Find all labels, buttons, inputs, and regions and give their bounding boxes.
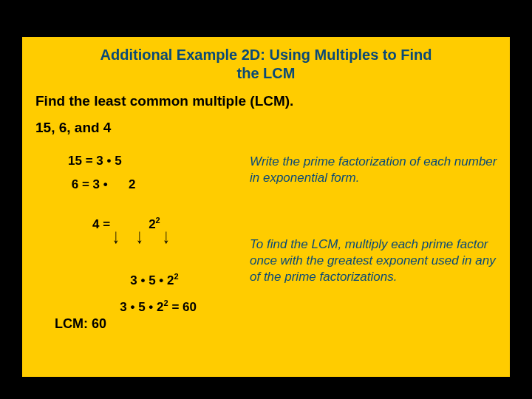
slide: Additional Example 2D: Using Multiples t… (22, 37, 510, 377)
down-arrow-icon: ↓ (163, 224, 170, 248)
factorization-4-base: 4 = 2 (89, 217, 155, 231)
lcm-comp-base: 3 • 5 • 2 (120, 300, 163, 314)
explanation-2: To find the LCM, multiply each prime fac… (250, 236, 501, 285)
down-arrow-icon: ↓ (112, 224, 120, 248)
title-line-1: Additional Example 2D: Using Multiples t… (100, 47, 432, 63)
numbers-list: 15, 6, and 4 (35, 120, 497, 136)
lcm-expr-exp: 2 (174, 272, 179, 281)
work-area: 15 = 3 • 5 6 = 3 • 2 4 = 22 Write the pr… (35, 154, 497, 375)
factorization-15: 15 = 3 • 5 (68, 154, 122, 168)
subtitle: Find the least common multiple (LCM). (35, 93, 497, 109)
factorization-4-exp: 2 (156, 216, 160, 225)
lcm-result: LCM: 60 (55, 316, 106, 332)
lcm-comp-result: = 60 (168, 300, 197, 314)
lcm-computation: 3 • 5 • 22 = 60 (99, 284, 197, 330)
title-line-2: the LCM (237, 65, 296, 81)
slide-title: Additional Example 2D: Using Multiples t… (35, 46, 497, 83)
factorization-6: 6 = 3 • 2 (68, 177, 135, 192)
down-arrow-icon: ↓ (136, 224, 143, 248)
explanation-1: Write the prime factorization of each nu… (250, 154, 501, 186)
